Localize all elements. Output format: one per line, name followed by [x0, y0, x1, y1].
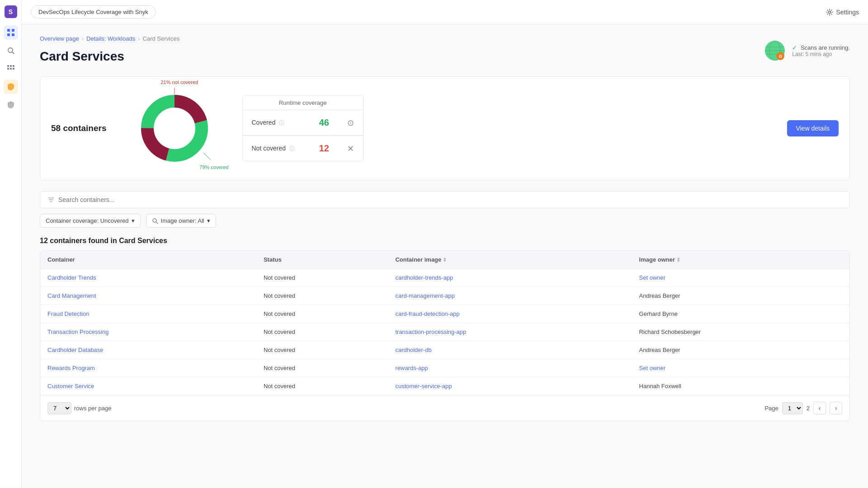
svg-rect-9	[7, 68, 9, 70]
sidebar-icon-shield1[interactable]	[4, 80, 18, 94]
owner-name: Andreas Berger	[632, 341, 849, 359]
set-owner-link[interactable]: Set owner	[639, 365, 666, 371]
app-title-pill: DevSecOps Lifecycle Coverage with Snyk	[31, 5, 156, 19]
svg-rect-8	[13, 65, 14, 67]
image-link[interactable]: cardholder-db	[395, 347, 431, 353]
table-header-row: Container Status Container image Image o…	[40, 251, 849, 269]
status-cell: Not covered	[256, 377, 388, 395]
svg-rect-0	[7, 29, 10, 32]
svg-rect-1	[12, 29, 14, 32]
donut-chart: 21% not covered 79% covered	[134, 88, 215, 169]
scan-globe-icon: ⚙	[763, 39, 787, 62]
image-link[interactable]: cardholder-trends-app	[395, 274, 453, 281]
table-row: Cardholder TrendsNot coveredcardholder-t…	[40, 269, 849, 287]
image-link[interactable]: card-management-app	[395, 292, 455, 299]
table-row: Customer ServiceNot coveredcustomer-serv…	[40, 377, 849, 395]
status-cell: Not covered	[256, 305, 388, 323]
next-page-button[interactable]: ›	[830, 402, 842, 414]
search-bar	[40, 191, 850, 208]
table-row: Transaction ProcessingNot coveredtransac…	[40, 323, 849, 341]
container-link[interactable]: Transaction Processing	[47, 328, 108, 335]
filter-row: Container coverage: Uncovered ▾ Image ow…	[40, 214, 850, 228]
image-link[interactable]: transaction-processing-app	[395, 328, 466, 335]
set-owner-link[interactable]: Set owner	[639, 274, 666, 281]
svg-rect-2	[7, 33, 10, 36]
owner-name: Andreas Berger	[632, 287, 849, 305]
table-row: Cardholder DatabaseNot coveredcardholder…	[40, 341, 849, 359]
col-owner[interactable]: Image owner	[632, 251, 849, 269]
svg-rect-11	[13, 68, 14, 70]
section-title: 12 containers found in Card Services	[40, 237, 850, 245]
container-link[interactable]: Cardholder Trends	[47, 274, 96, 281]
svg-rect-7	[10, 65, 12, 67]
owner-filter-select[interactable]: Image owner: All ▾	[146, 214, 216, 228]
status-cell: Not covered	[256, 287, 388, 305]
sidebar-icon-grid[interactable]	[4, 25, 18, 40]
sidebar-icon-shield2[interactable]	[4, 98, 18, 112]
image-link[interactable]: rewards-app	[395, 365, 428, 371]
svg-point-12	[829, 11, 831, 13]
pagination: 7 10 25 rows per page Page 1 2 2 ‹ ›	[40, 395, 849, 421]
page-nav: Page 1 2 2 ‹ ›	[764, 402, 842, 414]
covered-runtime-icon: ⊙	[347, 118, 354, 128]
not-covered-stat-row: Not covered ⓘ 12 ✕	[242, 136, 363, 161]
page-content: Overview page › Details: Workloads › Car…	[22, 24, 868, 488]
page-number-select[interactable]: 1 2	[782, 402, 803, 414]
container-link[interactable]: Customer Service	[47, 383, 94, 389]
svg-rect-10	[10, 68, 12, 70]
page-title: Card Services	[40, 49, 179, 64]
table-row: Card ManagementNot coveredcard-managemen…	[40, 287, 849, 305]
breadcrumb-workloads[interactable]: Details: Workloads	[86, 35, 135, 42]
svg-rect-6	[7, 65, 9, 67]
container-link[interactable]: Rewards Program	[47, 365, 95, 371]
containers-count: 58 containers	[51, 123, 107, 133]
search-small-icon	[152, 218, 158, 224]
filter-icon	[47, 196, 55, 203]
image-link[interactable]: customer-service-app	[395, 383, 452, 389]
table-row: Rewards ProgramNot coveredrewards-appSet…	[40, 359, 849, 377]
rows-per-page-select[interactable]: 7 10 25	[47, 402, 71, 414]
container-link[interactable]: Card Management	[47, 292, 96, 299]
breadcrumb-current: Card Services	[143, 35, 180, 42]
sidebar: S	[0, 0, 22, 488]
svg-line-24	[204, 153, 211, 160]
breadcrumb: Overview page › Details: Workloads › Car…	[40, 35, 179, 42]
main-area: DevSecOps Lifecycle Coverage with Snyk S…	[22, 0, 868, 488]
coverage-card: 58 containers 21% not covered	[40, 76, 850, 180]
table-row: Fraud DetectionNot coveredcard-fraud-det…	[40, 305, 849, 323]
svg-text:⚙: ⚙	[778, 54, 783, 59]
image-link[interactable]: card-fraud-detection-app	[395, 310, 459, 317]
search-input[interactable]	[58, 196, 842, 203]
owner-name: Hannah Foxwell	[632, 377, 849, 395]
status-cell: Not covered	[256, 269, 388, 287]
col-image[interactable]: Container image	[388, 251, 632, 269]
owner-name: Richard Schobesberger	[632, 323, 849, 341]
svg-line-5	[12, 52, 14, 54]
coverage-filter-select[interactable]: Container coverage: Uncovered ▾	[40, 214, 141, 228]
prev-page-button[interactable]: ‹	[813, 402, 826, 414]
gear-icon	[826, 9, 833, 16]
sidebar-icon-search[interactable]	[4, 43, 18, 58]
status-cell: Not covered	[256, 341, 388, 359]
not-covered-runtime-icon: ✕	[347, 144, 354, 154]
rows-per-page: 7 10 25 rows per page	[47, 402, 111, 414]
owner-name: Gerhard Byrne	[632, 305, 849, 323]
status-cell: Not covered	[256, 359, 388, 377]
breadcrumb-overview[interactable]: Overview page	[40, 35, 79, 42]
sidebar-icon-apps[interactable]	[4, 61, 18, 76]
col-status: Status	[256, 251, 388, 269]
app-logo: S	[5, 5, 17, 18]
col-container: Container	[40, 251, 256, 269]
topbar: DevSecOps Lifecycle Coverage with Snyk S…	[22, 0, 868, 24]
containers-table: Container Status Container image Image o…	[40, 250, 850, 421]
container-link[interactable]: Fraud Detection	[47, 310, 90, 317]
settings-button[interactable]: Settings	[826, 9, 859, 16]
scan-status-text: ✓ Scans are running. Last: 5 mins ago	[792, 44, 850, 57]
svg-line-26	[156, 222, 158, 224]
svg-rect-3	[12, 33, 14, 36]
status-cell: Not covered	[256, 323, 388, 341]
view-details-button[interactable]: View details	[787, 120, 839, 136]
coverage-stats: Runtime coverage Covered ⓘ 46 ⊙ Not cove…	[242, 95, 363, 161]
container-link[interactable]: Cardholder Database	[47, 347, 104, 353]
covered-stat-row: Covered ⓘ 46 ⊙	[242, 110, 363, 136]
